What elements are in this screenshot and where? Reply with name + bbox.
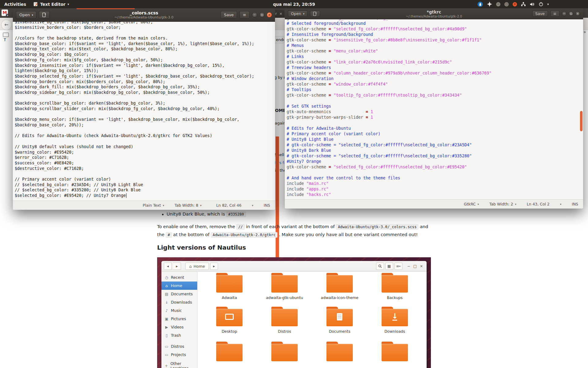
folder-item[interactable]: Desktop [202, 307, 257, 334]
folder-item[interactable]: Adwaita [202, 273, 257, 300]
code-line: gtk-color-scheme = "tooltip_fg_color:#ff… [287, 93, 583, 98]
folder-icon [326, 342, 353, 361]
gedit-window-gtkrc: Open▾ *gtkrc ~/.themes/Adwaita-Ubuntu/gt… [285, 8, 583, 209]
sidebar-item-videos[interactable]: ▶Videos [161, 323, 197, 331]
window-maximize-button[interactable] [259, 12, 265, 17]
tab-close-icon[interactable]: × [279, 12, 282, 16]
cursor-position[interactable]: Ln 82, Col 46 [216, 203, 241, 208]
code-line: gtk-color-scheme = "insensitive_fg_color… [287, 37, 583, 43]
sidebar-item-music[interactable]: ♪Music [161, 306, 197, 315]
sidebar-item-other-locations[interactable]: +Other Locations [161, 362, 197, 368]
sidebar-item-downloads[interactable]: ↓Downloads [161, 298, 197, 306]
code-line: $insensitive_borders_color: $borders_col… [15, 25, 275, 30]
document-glyph-icon [337, 313, 342, 320]
list-item: Unity8 Dark Blue, which is #335280 [162, 212, 246, 217]
text-editor-area[interactable]: gtk-color-scheme = "fg_color:#4c4c4c\nbg… [285, 19, 583, 199]
sidebar-item-distros[interactable]: ▭Distros [161, 342, 197, 351]
folder-item[interactable] [367, 342, 422, 361]
folder-item[interactable]: Documents [312, 307, 367, 334]
menu-button[interactable]: ≡ [239, 11, 250, 19]
sidebar-item-label: Distros [171, 344, 184, 349]
goto-line-dropdown[interactable]: ▾ [252, 204, 253, 207]
folder-item[interactable]: adwaita-gtk-ubuntu [257, 273, 312, 300]
chevron-down-icon[interactable]: ▾ [547, 2, 549, 6]
chevron-down-icon: ▾ [68, 2, 69, 6]
new-document-button[interactable] [310, 11, 320, 17]
inline-code: Adwaita-Ubuntu/gtk-2.0/gtkrc [211, 232, 277, 238]
sidebar-item-home[interactable]: ⌂Home [161, 282, 197, 290]
folder-item[interactable]: ↓Downloads [367, 307, 422, 334]
grid-view-button[interactable]: ▦ [385, 263, 393, 270]
code-line: # Treeview headers [287, 65, 583, 71]
tab-width-selector[interactable]: Tab Width: 8▾ [175, 203, 202, 208]
volume-icon[interactable] [530, 2, 535, 6]
folder-item[interactable]: Backups [367, 273, 422, 300]
sidebar-item-documents[interactable]: ▤Documents [161, 290, 197, 298]
folder-item[interactable]: Distros [257, 307, 312, 334]
nautilus-close-icon[interactable]: × [420, 264, 423, 268]
path-home-button[interactable]: ⌂ Home [185, 263, 209, 270]
nav-back-button[interactable]: ◂ [164, 263, 172, 270]
window-minimize-icon[interactable]: − [496, 2, 500, 6]
folder-label: adwaita-gtk-ubuntu [266, 296, 303, 300]
back-button[interactable]: ← [1, 20, 12, 30]
window-minimize-button[interactable]: − [252, 12, 257, 17]
new-document-button[interactable] [39, 11, 50, 19]
code-line: #Unity7 Orange [287, 159, 583, 164]
code-line: gtk-primary-button-warps-slider = 1 [287, 115, 583, 120]
folder-item[interactable] [257, 342, 312, 361]
power-icon[interactable] [539, 2, 543, 6]
list-view-button[interactable]: ≡ ▾ [394, 263, 402, 270]
code-line: $backdrop_scrollbar_bg_color: darken($ba… [15, 101, 275, 106]
window-close-button[interactable]: × [575, 11, 580, 16]
folder-item[interactable] [312, 342, 367, 361]
open-button[interactable]: Open▾ [288, 10, 307, 17]
network-icon[interactable] [521, 2, 526, 6]
save-button[interactable]: Save [221, 11, 237, 19]
folder-icon [216, 273, 243, 293]
window-close-icon[interactable]: × [513, 2, 517, 6]
scrollbar-thumb[interactable] [580, 111, 582, 131]
text-editor-area[interactable]: $insensitive_bg_color: mix($bg_color, $b… [13, 22, 275, 201]
code-line: $backdrop_fg_color: mix($fg_color, $back… [15, 57, 275, 63]
code-line: // $selected_bg_color: #23A5D4; // Unity… [15, 182, 275, 188]
window-minimize-button[interactable]: − [562, 11, 567, 16]
chevron-overflow-icon[interactable]: » [583, 29, 586, 34]
nautilus-minimize-icon[interactable]: − [407, 264, 410, 268]
nautilus-maximize-icon[interactable]: □ [413, 264, 417, 268]
menu-button[interactable]: ≡ [550, 10, 560, 17]
folder-icon [271, 342, 298, 361]
pinned-tab[interactable]: M 9 [2, 10, 8, 16]
sidebar-item-trash[interactable]: ▯Trash [161, 331, 197, 339]
language-selector[interactable]: GtkRC▾ [464, 202, 479, 206]
app-menu-button[interactable]: Text Editor ▾ [30, 0, 72, 8]
code-line: # Insensitive foreground/background [287, 32, 583, 37]
window-close-button[interactable]: × [267, 12, 272, 17]
x-app-icon[interactable] [487, 2, 492, 7]
window-maximize-button[interactable] [569, 11, 573, 16]
sidebar-item-recent[interactable]: ◷Recent [161, 273, 197, 282]
tab-width-selector[interactable]: Tab Width: 2▾ [489, 202, 516, 206]
folder-item[interactable]: adwaita-icon-theme [312, 273, 367, 300]
page-text-fragment: g by ru [274, 75, 285, 80]
page-button-fragment[interactable]: ender F [274, 36, 284, 43]
sidebar-item-pictures[interactable]: ▣Pictures [161, 315, 197, 323]
folder-item[interactable] [202, 342, 257, 361]
goto-line-dropdown[interactable]: ▾ [560, 203, 561, 206]
cursor-position[interactable]: Ln 43, Col 2 [527, 202, 550, 206]
app-menu-label: Text Editor [40, 2, 65, 7]
activities-button[interactable]: Activities [0, 0, 30, 8]
sidebar-item-projects[interactable]: ▭Projects [161, 351, 197, 359]
window-maximize-icon[interactable]: □ [504, 2, 509, 6]
nav-forward-button[interactable]: ▸ [173, 263, 181, 270]
app-indicator-icon[interactable] [477, 2, 483, 7]
inline-code: Adwaita-Ubuntu/gtk-3.0/_colors.scss [336, 224, 418, 230]
code-line: $backdrop_text_color: mix($text_color, $… [15, 46, 275, 52]
path-expand-button[interactable]: ▸ [210, 263, 218, 270]
code-line [287, 120, 583, 126]
language-selector[interactable]: Plain Text▾ [143, 203, 164, 208]
open-button[interactable]: Open▾ [16, 11, 36, 19]
save-button[interactable]: Save [532, 10, 548, 17]
search-button[interactable] [376, 263, 384, 270]
music-icon: ♪ [164, 309, 169, 313]
